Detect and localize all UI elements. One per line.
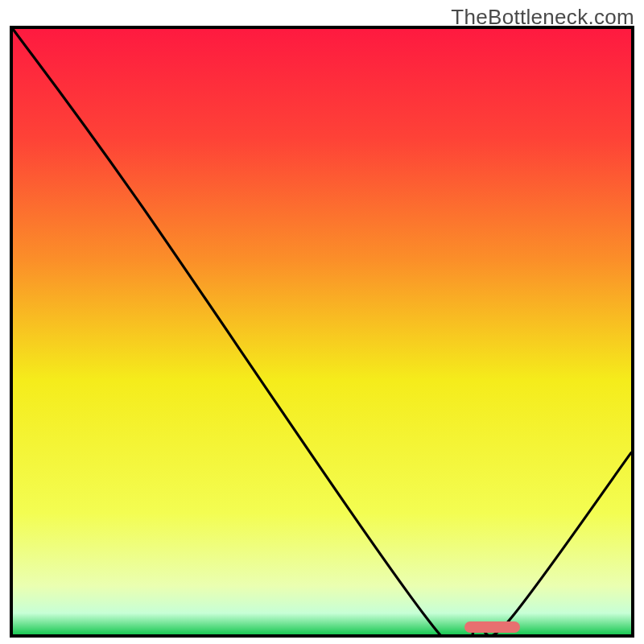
bottleneck-curve — [13, 29, 631, 634]
watermark-text: TheBottleneck.com — [451, 5, 634, 30]
chart-area — [10, 26, 634, 638]
optimum-marker — [464, 621, 520, 633]
